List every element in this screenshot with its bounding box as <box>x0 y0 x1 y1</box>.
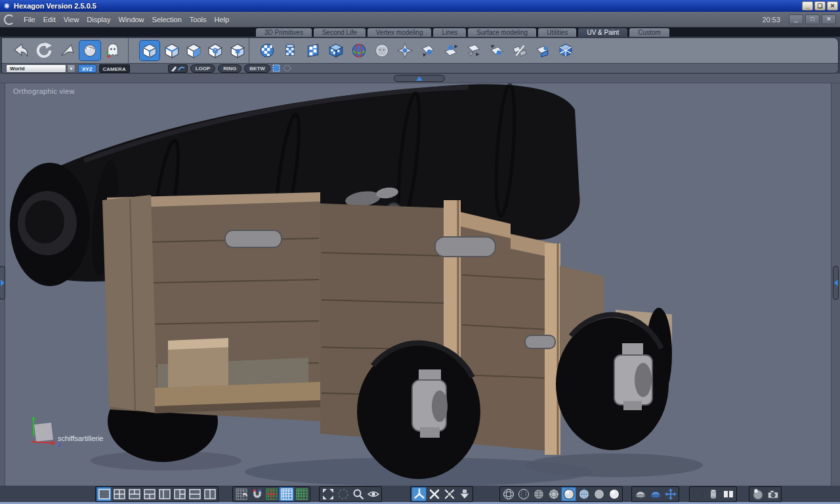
cylinder-tool[interactable] <box>705 487 721 501</box>
wireframe-globe[interactable] <box>501 487 516 501</box>
grid-blue[interactable] <box>279 487 294 501</box>
cube-object[interactable] <box>205 40 226 61</box>
lasso-ellipse-icon[interactable] <box>283 64 291 73</box>
layout-three-right[interactable] <box>172 487 187 501</box>
viewport-3d[interactable]: Orthographic view <box>5 83 831 486</box>
uv-plane-flip-d[interactable] <box>486 40 508 61</box>
tab-uv-paint[interactable]: UV & Paint <box>578 28 627 37</box>
world-dropdown-arrow[interactable]: ▼ <box>67 64 75 73</box>
manipulator-move[interactable] <box>427 487 442 501</box>
uv-pelt-star[interactable] <box>394 40 416 61</box>
magnet-3d[interactable] <box>249 487 264 501</box>
sphere-flat-grid[interactable] <box>531 487 546 501</box>
sphere-grid[interactable] <box>546 487 561 501</box>
layout-quad[interactable] <box>112 487 127 501</box>
close-button[interactable]: ✕ <box>827 1 838 10</box>
uv-box-map[interactable] <box>325 40 347 61</box>
cannon-model[interactable] <box>5 83 830 486</box>
layout-two-vertical[interactable] <box>202 487 217 501</box>
hemisphere-gray[interactable] <box>633 487 648 501</box>
tab-vertex-modeling[interactable]: Vertex modeling <box>368 28 432 37</box>
grid-green[interactable] <box>294 487 309 501</box>
menu-view[interactable]: View <box>60 14 83 26</box>
fit-view[interactable] <box>320 487 335 501</box>
uv-unwrap-box[interactable] <box>555 40 577 61</box>
uv-stitch-a[interactable] <box>509 40 531 61</box>
world-dropdown[interactable]: World <box>6 64 66 73</box>
sphere-textured-grid[interactable] <box>576 487 591 501</box>
layout-single[interactable] <box>96 487 112 501</box>
move-arrows-blue[interactable] <box>663 487 678 501</box>
doc-minimize-button[interactable]: _ <box>789 14 803 24</box>
menu-file[interactable]: File <box>20 14 39 26</box>
betw-button[interactable]: BETW <box>244 64 270 73</box>
loop-button[interactable]: LOOP <box>190 64 216 73</box>
menu-edit[interactable]: Edit <box>39 14 60 26</box>
uv-plane-flip-c[interactable] <box>463 40 485 61</box>
menu-window[interactable]: Window <box>114 14 148 26</box>
doc-close-button[interactable]: ✕ <box>822 14 836 24</box>
undo-arrow[interactable] <box>10 40 32 61</box>
drop-to-ground[interactable] <box>457 487 472 501</box>
top-panel-handle[interactable] <box>394 75 445 82</box>
zoom-magnifier[interactable] <box>350 487 366 501</box>
lasso-flag[interactable] <box>56 40 78 61</box>
cube-points[interactable] <box>139 40 160 61</box>
doc-maximize-button[interactable]: □ <box>805 14 820 24</box>
camera-button[interactable]: CAMERA <box>99 64 130 73</box>
uv-plane-flip-a[interactable] <box>417 40 439 61</box>
uv-plane-flip-b[interactable] <box>440 40 462 61</box>
layout-three-bottom[interactable] <box>142 487 157 501</box>
layout-two-columns[interactable] <box>157 487 172 501</box>
layout-three-top[interactable] <box>127 487 142 501</box>
uv-globe[interactable] <box>348 40 370 61</box>
uv-planar-map[interactable] <box>302 40 324 61</box>
grid-magnet[interactable]: 8"> <box>234 487 249 501</box>
eye-visibility[interactable] <box>366 487 381 501</box>
sphere-dark[interactable] <box>690 487 705 501</box>
manipulator-axes[interactable] <box>411 487 427 501</box>
hemisphere-blue[interactable] <box>648 487 663 501</box>
layout-two-rows[interactable] <box>187 487 202 501</box>
toolbar-panel: World ▼ XYZCAMERA LOOPRINGBETW <box>1 37 839 74</box>
menu-help[interactable]: Help <box>211 14 234 26</box>
orbit-view[interactable] <box>335 487 350 501</box>
render-camera[interactable] <box>765 487 780 501</box>
sphere-select[interactable] <box>79 40 101 61</box>
sphere-flat[interactable] <box>591 487 606 501</box>
render-sparkle-sphere[interactable] <box>750 487 765 501</box>
uv-head-preview[interactable] <box>371 40 393 61</box>
tab-3d-primitives[interactable]: 3D Primitives <box>256 28 312 37</box>
wireframe-hidden[interactable] <box>516 487 531 501</box>
tab-custom[interactable]: Custom <box>629 28 669 37</box>
tab-utilities[interactable]: Utilities <box>538 28 576 37</box>
menu-display[interactable]: Display <box>83 14 114 26</box>
restore-button[interactable]: ❏ <box>814 1 826 10</box>
marquee-select-icon[interactable] <box>272 64 281 73</box>
cube-faces[interactable] <box>183 40 204 61</box>
right-panel-handle[interactable] <box>833 266 839 300</box>
sphere-shaded[interactable] <box>561 487 576 501</box>
menu-selection[interactable]: Selection <box>148 14 186 26</box>
cube-edges[interactable] <box>161 40 182 61</box>
left-panel-handle[interactable] <box>0 266 5 300</box>
uv-sphere-map[interactable] <box>256 40 278 61</box>
grid-axes-red[interactable]: 8"> <box>264 487 279 501</box>
manipulator-rotate[interactable] <box>442 487 457 501</box>
tab-surface-modeling[interactable]: Surface modeling <box>468 28 536 37</box>
cube-uv[interactable] <box>227 40 248 61</box>
pick-pen-button[interactable] <box>168 64 188 73</box>
uv-stitch-b[interactable] <box>532 40 554 61</box>
menu-tools[interactable]: Tools <box>186 14 211 26</box>
tab-second-life[interactable]: Second Life <box>314 28 366 37</box>
xyz-button[interactable]: XYZ <box>78 64 96 73</box>
minimize-button[interactable]: _ <box>802 1 813 10</box>
panels-tool[interactable] <box>721 487 736 501</box>
tab-lines[interactable]: Lines <box>433 28 466 37</box>
main-row: Orthographic view <box>0 83 840 486</box>
sphere-smooth[interactable] <box>606 487 621 501</box>
uv-cylinder-map[interactable] <box>279 40 301 61</box>
ring-button[interactable]: RING <box>218 64 242 73</box>
ghost-visibility[interactable] <box>102 40 124 61</box>
redo-arrow[interactable] <box>33 40 55 61</box>
